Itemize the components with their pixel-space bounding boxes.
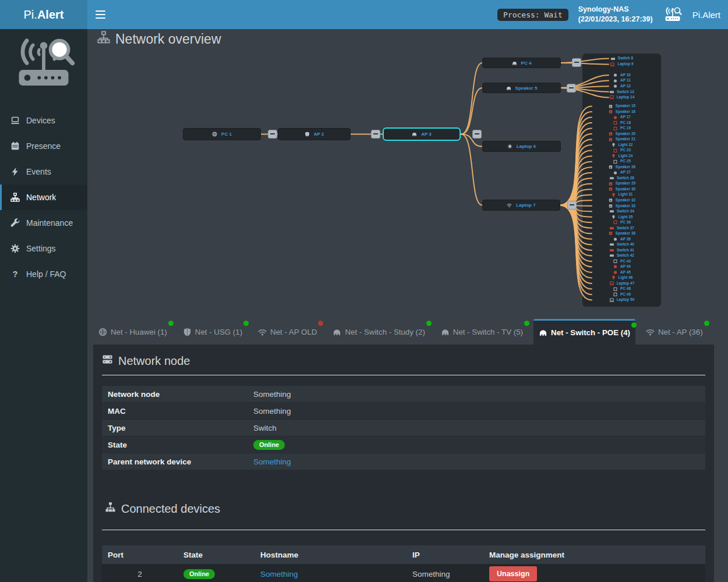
sidebar-item-presence[interactable]: Presence bbox=[0, 133, 87, 159]
cluster-device[interactable]: Speaker 20 bbox=[582, 131, 661, 137]
light-icon bbox=[611, 193, 616, 197]
collapse-node-button[interactable] bbox=[567, 84, 576, 93]
app-logo[interactable]: Pi.Alert bbox=[0, 0, 87, 29]
cluster-device[interactable]: PC 43 bbox=[582, 258, 661, 264]
parent-device-link[interactable]: Something bbox=[253, 457, 291, 466]
cluster-device[interactable]: Speaker 38 bbox=[582, 231, 661, 237]
graph-node-ap2[interactable]: AP 2 bbox=[278, 128, 351, 140]
sidebar-item-label: Maintenance bbox=[26, 218, 73, 228]
collapse-node-button[interactable] bbox=[371, 130, 380, 139]
connected-devices-table: PortStateHostnameIPManage assignment2Onl… bbox=[102, 545, 705, 582]
tab-label: Net - Switch - TV (5) bbox=[453, 328, 523, 336]
cluster-device[interactable]: Laptop 50 bbox=[582, 297, 661, 303]
cluster-device-label: Light 24 bbox=[619, 154, 633, 158]
cluster-device[interactable]: Light 22 bbox=[582, 142, 661, 148]
cluster-device[interactable]: AP 10 bbox=[582, 72, 661, 78]
tab-net-switch-poe-4[interactable]: Net - Switch - POE (4) bbox=[533, 319, 635, 345]
cluster-device[interactable]: Laptop 14 bbox=[582, 95, 661, 101]
cluster-device[interactable]: Laptop 47 bbox=[582, 281, 661, 286]
cluster-device[interactable]: Light 24 bbox=[582, 153, 661, 159]
cluster-device[interactable]: Speaker 33 bbox=[582, 203, 661, 209]
cluster-device[interactable]: Light 31 bbox=[582, 192, 661, 198]
graph-node-speaker5[interactable]: Speaker 5 bbox=[482, 83, 561, 93]
cluster-device-label: Switch 42 bbox=[617, 254, 634, 258]
cluster-device-label: Speaker 29 bbox=[616, 182, 635, 186]
graph-node-pc1[interactable]: PC 1 bbox=[183, 128, 261, 140]
sidebar-item-maintenance[interactable]: Maintenance bbox=[0, 210, 87, 236]
cluster-device-label: Laptop 14 bbox=[617, 95, 635, 100]
tab-net-ap-36[interactable]: Net - AP (36) bbox=[641, 319, 708, 345]
cluster-device[interactable]: Speaker 21 bbox=[582, 137, 661, 143]
tab-net-usg-1[interactable]: Net - USG (1) bbox=[178, 319, 248, 345]
tab-net-ap-old[interactable]: Net - AP OLD bbox=[253, 319, 322, 345]
server-icon bbox=[102, 354, 113, 368]
cluster-device[interactable]: AP 44 bbox=[582, 264, 661, 270]
cluster-device[interactable]: Speaker 16 bbox=[582, 109, 661, 115]
tab-net-switch-tv-5[interactable]: Net - Switch - TV (5) bbox=[436, 319, 528, 345]
unassign-button[interactable]: Unassign bbox=[489, 566, 537, 581]
cluster-device[interactable]: Switch 42 bbox=[582, 253, 661, 259]
tab-net-huawei-1[interactable]: Net - Huawei (1) bbox=[93, 319, 172, 345]
cluster-device[interactable]: Speaker 26 bbox=[582, 164, 661, 170]
hostname-link[interactable]: Something bbox=[260, 570, 298, 579]
cluster-device[interactable]: Laptop 9 bbox=[582, 62, 661, 68]
cluster-device[interactable]: Switch 28 bbox=[582, 175, 661, 181]
cluster-device-label: PC 49 bbox=[620, 293, 631, 297]
laptop-icon bbox=[10, 116, 20, 125]
wifi-icon bbox=[507, 203, 512, 208]
graph-node-ap3[interactable]: AP 3 bbox=[383, 127, 461, 141]
graph-node-pc4[interactable]: PC 4 bbox=[482, 58, 561, 68]
cluster-device[interactable]: Switch 37 bbox=[582, 225, 661, 231]
collapse-node-button[interactable] bbox=[472, 130, 482, 139]
cluster-device[interactable]: PC 18 bbox=[582, 120, 661, 126]
cluster-device[interactable]: AP 39 bbox=[582, 236, 661, 242]
sidebar-item-network[interactable]: Network bbox=[0, 184, 87, 210]
network-tabs: Net - Huawei (1)Net - USG (1)Net - AP OL… bbox=[93, 319, 722, 345]
ap-icon bbox=[613, 264, 618, 269]
light-icon bbox=[611, 143, 616, 147]
cluster-device[interactable]: Speaker 15 bbox=[582, 104, 661, 109]
state-cell: Online bbox=[178, 569, 255, 579]
sidebar-item-events[interactable]: Events bbox=[0, 159, 87, 184]
cluster-device[interactable]: AP 12 bbox=[582, 83, 661, 89]
cluster-device[interactable]: Switch 13 bbox=[582, 89, 661, 95]
sidebar-item-help-faq[interactable]: ?Help / FAQ bbox=[0, 261, 87, 287]
cluster-device[interactable]: Light 46 bbox=[582, 275, 661, 281]
cluster-device[interactable]: AP 45 bbox=[582, 269, 661, 275]
cluster-device[interactable]: Switch 40 bbox=[582, 242, 661, 248]
cluster-device[interactable]: AP 27 bbox=[582, 170, 661, 176]
cluster-device[interactable]: PC 19 bbox=[582, 126, 661, 132]
cluster-device-label: Switch 28 bbox=[617, 176, 634, 180]
collapse-node-button[interactable] bbox=[268, 130, 277, 139]
cluster-device[interactable]: Switch 8 bbox=[582, 56, 661, 62]
graph-node-label: AP 2 bbox=[314, 132, 324, 137]
switch-icon bbox=[609, 242, 614, 247]
cluster-device[interactable]: Speaker 29 bbox=[582, 181, 661, 187]
cluster-device[interactable]: PC 36 bbox=[582, 220, 661, 226]
sidebar-item-settings[interactable]: Settings bbox=[0, 236, 87, 261]
collapse-node-button[interactable] bbox=[567, 201, 577, 210]
cluster-device[interactable]: Light 35 bbox=[582, 214, 661, 220]
cluster-device[interactable]: PC 49 bbox=[582, 292, 661, 297]
cluster-device[interactable]: PC 48 bbox=[582, 286, 661, 292]
cluster-device-label: AP 45 bbox=[620, 271, 631, 275]
graph-node-laptop6[interactable]: Laptop 6 bbox=[482, 141, 561, 152]
switch-icon bbox=[609, 90, 614, 94]
cluster-device[interactable]: Speaker 30 bbox=[582, 186, 661, 192]
cluster-device[interactable]: AP 17 bbox=[582, 115, 661, 120]
cluster-device[interactable]: PC 25 bbox=[582, 159, 661, 165]
cluster-device[interactable]: Switch 34 bbox=[582, 209, 661, 215]
speaker-icon bbox=[608, 137, 613, 142]
sidebar-toggle-button[interactable] bbox=[96, 10, 107, 19]
tab-status-dot-green bbox=[704, 321, 709, 326]
graph-node-laptop7[interactable]: Laptop 7 bbox=[482, 200, 560, 211]
tab-net-switch-study-2[interactable]: Net - Switch - Study (2) bbox=[327, 319, 430, 345]
cluster-device[interactable]: PC 23 bbox=[582, 148, 661, 154]
collapse-node-button[interactable] bbox=[572, 58, 581, 67]
cluster-device[interactable]: Switch 41 bbox=[582, 247, 661, 253]
cluster-device[interactable]: AP 11 bbox=[582, 78, 661, 84]
sidebar-item-devices[interactable]: Devices bbox=[0, 108, 87, 133]
cluster-device-label: Laptop 9 bbox=[617, 62, 633, 66]
cluster-device-label: Speaker 20 bbox=[616, 132, 635, 136]
cluster-device[interactable]: Speaker 32 bbox=[582, 198, 661, 204]
